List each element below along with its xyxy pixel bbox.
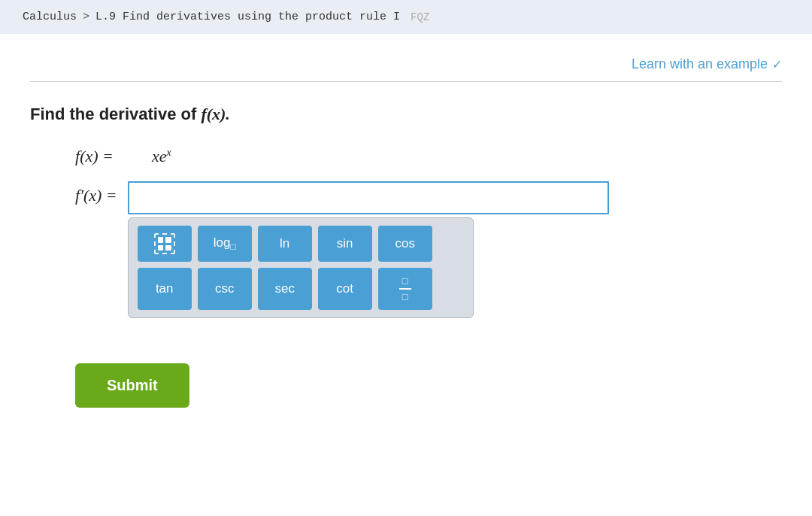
- breadcrumb-current: L.9 Find derivatives using the product r…: [95, 11, 400, 23]
- keyboard-row-1: log□ ln sin cos: [138, 226, 464, 262]
- fraction-icon: □ □: [399, 275, 411, 302]
- equation-line: f(x) = xex: [75, 147, 782, 166]
- cot-label: cot: [336, 281, 353, 296]
- cos-label: cos: [395, 236, 414, 251]
- learn-example-container: Learn with an example ✓: [30, 56, 782, 82]
- submit-label: Submit: [107, 377, 158, 393]
- main-content: Learn with an example ✓ Find the derivat…: [0, 34, 812, 430]
- learn-with-example-button[interactable]: Learn with an example ✓: [632, 56, 782, 72]
- equation-exponent: x: [167, 147, 171, 158]
- sin-label: sin: [337, 236, 353, 251]
- csc-label: csc: [215, 281, 235, 296]
- question-prefix: Find the derivative of: [30, 105, 201, 123]
- sin-button[interactable]: sin: [318, 226, 372, 262]
- math-block: f(x) = xex: [75, 147, 782, 166]
- breadcrumb-tag: FQZ: [411, 11, 429, 23]
- derivative-input-row: f′(x) =: [75, 181, 782, 318]
- log-subscript: □: [230, 242, 235, 253]
- breadcrumb-separator: >: [83, 11, 89, 23]
- question-fx: f(x).: [201, 105, 229, 123]
- log-label: log□: [214, 235, 236, 252]
- ln-label: ln: [280, 236, 289, 251]
- equation-label: f(x) =: [75, 147, 143, 166]
- cos-button[interactable]: cos: [378, 226, 432, 262]
- question-text: Find the derivative of f(x).: [30, 105, 782, 124]
- cot-button[interactable]: cot: [318, 268, 372, 310]
- math-keyboard: log□ ln sin cos: [128, 217, 474, 318]
- sec-button[interactable]: sec: [258, 268, 312, 310]
- learn-example-label: Learn with an example: [632, 56, 768, 72]
- breadcrumb-bar: Calculus > L.9 Find derivatives using th…: [0, 0, 812, 34]
- matrix-button[interactable]: [138, 226, 192, 262]
- equation-value: xex: [152, 147, 171, 166]
- chevron-down-icon: ✓: [772, 57, 782, 71]
- submit-button[interactable]: Submit: [75, 363, 189, 408]
- log-button[interactable]: log□: [198, 226, 252, 262]
- matrix-icon: [154, 233, 175, 254]
- sec-label: sec: [274, 281, 294, 296]
- fraction-button[interactable]: □ □: [378, 268, 432, 310]
- derivative-label: f′(x) =: [75, 181, 117, 205]
- input-wrapper: log□ ln sin cos: [128, 181, 609, 318]
- ln-button[interactable]: ln: [258, 226, 312, 262]
- keyboard-row-2: tan csc sec cot: [138, 268, 464, 310]
- answer-input[interactable]: [128, 181, 609, 214]
- tan-label: tan: [156, 281, 174, 296]
- tan-button[interactable]: tan: [138, 268, 192, 310]
- breadcrumb-parent[interactable]: Calculus: [23, 11, 77, 23]
- csc-button[interactable]: csc: [198, 268, 252, 310]
